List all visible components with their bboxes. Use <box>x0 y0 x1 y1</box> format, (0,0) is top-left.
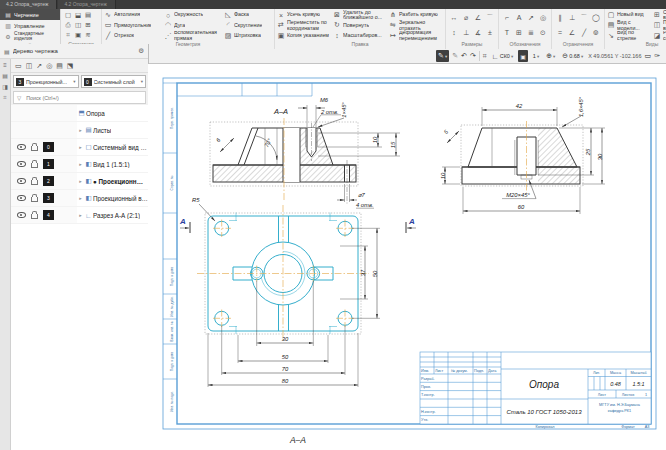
tree-tool-icon[interactable]: ↗ <box>36 62 42 70</box>
geometry-tool-button[interactable]: ◜Скругление <box>224 20 272 30</box>
expand-caret-icon[interactable]: ▸ <box>77 144 84 150</box>
dimension-tool-icon[interactable]: ⌒ <box>487 13 494 23</box>
expand-caret-icon[interactable]: ▸ <box>77 212 84 218</box>
panel-strip-icon[interactable]: ≡ <box>3 62 7 68</box>
tree-item-sheets[interactable]: ▸ ▤ Листы <box>11 122 148 139</box>
notation-tool-icon[interactable]: T <box>505 29 509 36</box>
constraint-tool-icon[interactable]: ⌒ <box>581 13 588 23</box>
visibility-eye-icon[interactable] <box>17 161 26 168</box>
dimension-tool-icon[interactable]: ∠ <box>475 14 481 22</box>
geometry-tool-button[interactable]: ▭Прямоугольник <box>104 20 162 30</box>
tree-tool-icon[interactable]: ⬔ <box>67 62 74 70</box>
notation-tool-icon[interactable]: ⌐ <box>505 14 509 21</box>
group-label-constraints[interactable]: Ограничения <box>554 41 602 49</box>
view-tool-button[interactable]: ▤Вид с модели... <box>607 20 651 30</box>
constraint-tool-icon[interactable]: ⊚ <box>593 29 599 37</box>
document-tab-active[interactable]: 4.2 Опора_чертеж <box>0 0 57 9</box>
constraint-tool-icon[interactable]: ◯ <box>592 14 600 22</box>
view-section-aa[interactable]: А–А <box>210 97 400 208</box>
tree-item-view[interactable]: 0 ▸ ▢ Системный вид (1:1) <box>11 139 148 156</box>
edit-tool-button[interactable]: ×Усечь кривую <box>277 10 331 20</box>
edit-tool-button[interactable]: ↻Повернуть <box>333 20 387 30</box>
panel-strip-icon[interactable]: ◨ <box>2 83 8 90</box>
visibility-eye-icon[interactable] <box>17 212 26 219</box>
view-number-badge[interactable]: 3 <box>43 193 54 203</box>
expand-caret-icon[interactable]: ▸ <box>77 161 84 167</box>
panel-strip-icon[interactable]: ⌗ <box>3 94 6 101</box>
ribbon-tab-management[interactable]: ▥ Управление <box>0 20 60 31</box>
tree-tool-icon[interactable]: ◎ <box>46 62 52 70</box>
tree-tool-icon[interactable]: ▤ <box>56 62 63 70</box>
notation-tool-icon[interactable]: ≣ <box>528 29 534 37</box>
lock-icon[interactable] <box>31 197 38 202</box>
visibility-eye-icon[interactable] <box>17 178 26 185</box>
expand-caret-icon[interactable]: ▸ <box>77 195 84 201</box>
system-tool-icon[interactable]: ≋ <box>85 31 90 39</box>
geometry-tool-button[interactable]: ⋰Вспомогатель­ная прямая <box>164 31 222 41</box>
geometry-tool-button[interactable]: ▨Штриховка <box>224 31 272 41</box>
redo-icon[interactable]: ↷ <box>470 52 476 60</box>
style-picker-icon[interactable]: ✑ <box>654 52 660 60</box>
tree-item-view[interactable]: 2 ▸ ◧ ● Проекционный вид 2 (1.5:1) <box>11 173 148 190</box>
geometry-tool-button[interactable]: ╱Отрезок <box>104 31 162 41</box>
dimension-tool-icon[interactable]: ± <box>488 29 492 36</box>
drawing-canvas[interactable]: Перв. примен. Справ. № Подп. и дата Инв.… <box>148 64 666 450</box>
lock-icon[interactable] <box>31 180 38 185</box>
system-tool-icon[interactable]: ⎙ <box>65 21 70 29</box>
visibility-eye-icon[interactable] <box>17 195 26 202</box>
system-tool-icon[interactable]: ⊞ <box>85 21 90 29</box>
edit-tool-button[interactable]: ↦Деформация перемещением <box>389 31 443 41</box>
view-tool-button[interactable]: ↘Вид по стрелке <box>607 31 651 41</box>
constraint-tool-icon[interactable]: ∥ <box>558 14 562 22</box>
gear-icon[interactable]: ⚙ <box>138 47 144 55</box>
zoom-level-combo[interactable]: ⊖ 0.68 ▾ <box>560 50 585 62</box>
edit-tool-button[interactable]: ↕Масштабиров... <box>333 31 387 41</box>
lock-icon[interactable] <box>31 146 38 151</box>
group-label-dimensions[interactable]: Размеры <box>448 41 496 49</box>
system-tool-icon[interactable]: ▤ <box>85 11 91 19</box>
geometry-tool-button[interactable]: ◠Дуга <box>164 20 222 30</box>
drawing-sheet-svg[interactable]: Перв. примен. Справ. № Подп. и дата Инв.… <box>148 64 666 450</box>
coordinate-system-combo[interactable]: ∟ СК0 ▾ <box>490 50 515 62</box>
dimension-tool-icon[interactable]: ⊥ <box>463 29 469 37</box>
group-label-edit[interactable]: Правка <box>277 41 443 49</box>
notation-tool-icon[interactable]: ◎ <box>540 14 546 22</box>
edit-tool-button[interactable]: ▣Копия указанием <box>277 31 331 41</box>
current-layer-combo[interactable]: 0 Системный слой ▾ <box>81 75 147 88</box>
notation-tool-icon[interactable]: ⊙ <box>540 29 546 37</box>
title-block[interactable]: Изм. Лист № докум. Подп. Дата Разраб. Пр… <box>420 352 651 429</box>
group-label-notations[interactable]: Обозначения <box>501 41 549 49</box>
system-tool-icon[interactable]: ⌗ <box>66 31 70 39</box>
tree-item-view[interactable]: 1 ▸ ◧ Вид 1 (1.5:1) <box>11 156 148 173</box>
edit-tool-button[interactable]: ⋔Разбить кривую <box>389 10 443 20</box>
system-tool-icon[interactable]: ▣ <box>75 31 81 39</box>
notation-tool-icon[interactable]: ⊞ <box>516 29 522 37</box>
tree-item-document[interactable]: ⬒ Опора <box>11 105 148 122</box>
view-number-badge[interactable]: 4 <box>43 210 54 220</box>
view-number-badge[interactable]: 2 <box>43 176 54 186</box>
view-plan-selected[interactable]: R5 А А 37 50 30 <box>179 197 416 387</box>
sheet-icon[interactable]: ▭ <box>645 52 652 60</box>
system-tool-icon[interactable]: ◫ <box>75 21 81 29</box>
view-tool-button[interactable]: ◫Проекционный вид <box>653 20 666 30</box>
pencil-off-icon[interactable]: ✎ <box>452 52 458 60</box>
group-label-views[interactable]: Виды <box>607 41 666 49</box>
tree-item-view[interactable]: 3 ▸ ◧ Проекционный вид 3 (1.5:1) <box>11 190 148 207</box>
lock-icon[interactable] <box>31 214 38 219</box>
view-tool-button[interactable]: ◪Разрез/сечение <box>653 31 666 41</box>
tree-tool-icon[interactable]: ◫ <box>26 62 33 70</box>
grid-icon[interactable]: ⌗ <box>483 52 487 60</box>
zoom-tools-button[interactable]: ⊕ ▾ <box>544 50 557 62</box>
geometry-tool-button[interactable]: ∿Автолиния <box>104 10 162 20</box>
constraint-tool-icon[interactable]: ╱ <box>582 29 586 37</box>
system-tool-icon[interactable]: ▢ <box>65 11 71 19</box>
view-number-badge[interactable]: 1 <box>43 159 54 169</box>
dimension-tool-icon[interactable]: ↕ <box>452 29 456 36</box>
notation-tool-icon[interactable]: ↗ <box>528 14 534 22</box>
expand-caret-icon[interactable]: ▸ <box>77 127 84 133</box>
view-tool-button[interactable]: ▢Новый вид <box>607 10 651 20</box>
layer-combo[interactable]: 1 ▾ <box>531 50 541 62</box>
tree-tool-icon[interactable]: ▭ <box>15 62 22 70</box>
undo-icon[interactable]: ↶ <box>461 52 467 60</box>
visibility-eye-icon[interactable] <box>17 144 26 151</box>
